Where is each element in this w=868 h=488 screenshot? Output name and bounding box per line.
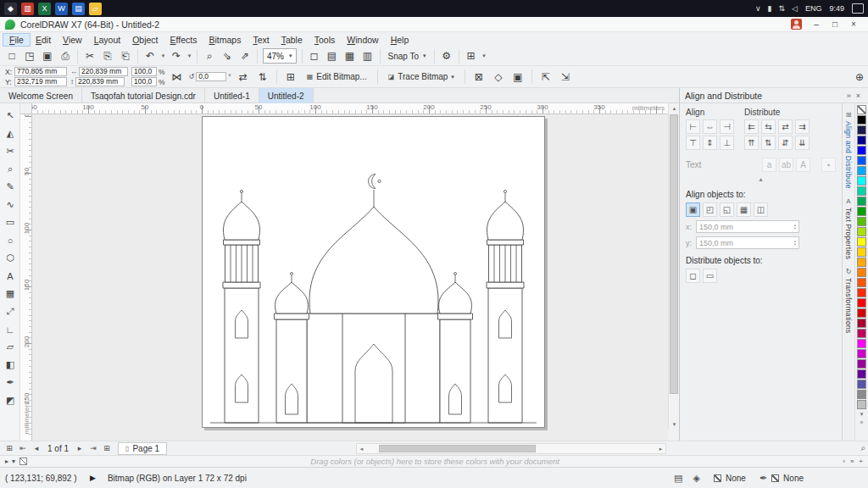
document-palette-icon[interactable]: ◈ <box>693 473 700 484</box>
table-tool[interactable]: ▦ <box>0 285 20 302</box>
taskbar-app-3-icon[interactable]: ▤ <box>72 3 85 15</box>
edit-outline-button[interactable]: ▣ <box>509 69 526 86</box>
undo-button[interactable]: ↶ <box>142 47 159 64</box>
chevron-icon[interactable]: ∨ <box>755 4 761 13</box>
lock-ratio-button[interactable]: ⋈ <box>169 69 186 86</box>
export-button[interactable]: ⇗ <box>236 47 253 64</box>
align-center-vertical-button[interactable]: ⇕ <box>703 136 717 150</box>
align-x-field[interactable]: 150,0 mm ▴▾ <box>696 220 799 233</box>
palette-color-18[interactable] <box>857 288 866 297</box>
prev-page-button[interactable]: ◂ <box>31 442 42 454</box>
undo-dropdown-icon[interactable]: ▾ <box>159 47 167 64</box>
menu-item-file[interactable]: File <box>3 34 30 46</box>
tray-add-icon[interactable]: + <box>859 458 863 465</box>
straighten-bitmap-button[interactable]: ◇ <box>490 69 507 86</box>
crop-tool[interactable]: ✂ <box>0 142 20 160</box>
proof-settings-icon[interactable]: ▤ <box>674 473 682 484</box>
redo-dropdown-icon[interactable]: ▾ <box>186 47 193 64</box>
tray-expand-icon[interactable]: » <box>850 458 854 465</box>
distribute-center-v-button[interactable]: ⇅ <box>761 136 776 150</box>
volume-icon[interactable]: ◁ <box>792 4 798 13</box>
palette-color-12[interactable] <box>857 227 866 236</box>
palette-color-6[interactable] <box>857 166 866 175</box>
snap-to-dropdown[interactable]: Snap To▾ <box>384 48 431 64</box>
vertical-scroll-thumb[interactable] <box>670 114 678 394</box>
angle-field[interactable]: 0,0 <box>196 72 226 81</box>
document-tab-4[interactable]: Untitled-2 <box>259 88 314 103</box>
palette-color-29[interactable] <box>857 400 866 409</box>
align-top-button[interactable]: ⊤ <box>686 136 700 150</box>
horizontal-scrollbar[interactable]: ◂ ▸ <box>356 443 666 454</box>
edit-bitmap-button[interactable]: ▦Edit Bitmap... <box>302 69 372 86</box>
tray-flyout-icon[interactable]: ▸ <box>5 458 8 465</box>
palette-color-27[interactable] <box>857 380 866 389</box>
palette-color-25[interactable] <box>857 359 866 369</box>
wrap-text-button[interactable]: ⇱ <box>537 69 554 86</box>
polygon-tool[interactable]: ⬡ <box>0 249 20 267</box>
menu-item-layout[interactable]: Layout <box>88 34 127 46</box>
show-grid-button[interactable]: ▦ <box>342 47 359 64</box>
user-account-icon[interactable] <box>791 19 802 30</box>
redo-button[interactable]: ↷ <box>168 47 185 64</box>
document-tab-2[interactable]: Tsaqofah tutorial Design.cdr <box>82 88 205 103</box>
menu-item-object[interactable]: Object <box>126 34 164 46</box>
search-content-button[interactable]: ⌕ <box>201 47 218 64</box>
y-position-field[interactable]: 232,719 mm <box>14 77 67 86</box>
battery-icon[interactable]: ▮ <box>768 4 772 13</box>
close-button[interactable]: × <box>844 18 863 31</box>
palette-color-23[interactable] <box>857 339 866 348</box>
object-width-field[interactable]: 220,839 mm <box>79 67 128 76</box>
align-to-point-button[interactable]: ◫ <box>754 202 768 217</box>
scroll-left-icon[interactable]: ◂ <box>357 444 366 453</box>
add-page-button[interactable]: ⊞ <box>3 442 15 454</box>
text-tool[interactable]: A <box>0 267 20 285</box>
scale-x-field[interactable]: 100,0 <box>131 67 157 76</box>
menu-item-bitmaps[interactable]: Bitmaps <box>203 34 247 46</box>
palette-color-1[interactable] <box>857 115 866 125</box>
align-to-grid-button[interactable]: ▦ <box>737 202 751 217</box>
drop-shadow-tool[interactable]: ▱ <box>0 338 20 356</box>
distribute-left-button[interactable]: ⇇ <box>744 119 759 134</box>
horizontal-scroll-thumb[interactable] <box>379 445 536 452</box>
scroll-right-icon[interactable]: ▸ <box>656 444 665 453</box>
distribute-right-button[interactable]: ⇉ <box>795 119 810 134</box>
menu-item-window[interactable]: Window <box>341 34 384 46</box>
crop-bitmap-button[interactable]: ⊠ <box>470 69 487 86</box>
drawing-canvas[interactable] <box>32 114 668 441</box>
side-tab-1[interactable]: ⊞Align and Distribute <box>843 107 854 193</box>
connector-tool[interactable]: ∟ <box>0 320 20 338</box>
align-y-field[interactable]: 150,0 mm ▴▾ <box>696 236 799 249</box>
palette-color-15[interactable] <box>857 258 866 267</box>
outline-indicator[interactable]: ✒ None <box>760 473 804 484</box>
tray-options-icon[interactable]: ▾ <box>12 458 15 465</box>
rectangle-tool[interactable]: ▭ <box>0 214 20 231</box>
menu-item-edit[interactable]: Edit <box>30 34 57 46</box>
mirror-horizontal-button[interactable]: ⇄ <box>235 69 252 86</box>
palette-color-10[interactable] <box>857 207 866 216</box>
zoom-level-combo[interactable]: 47%▾ <box>263 48 297 64</box>
order-button[interactable]: ⇲ <box>557 69 574 86</box>
object-height-field[interactable]: 220,839 mm <box>75 77 125 86</box>
taskbar-app-2-icon[interactable]: ▥ <box>21 3 34 15</box>
wrap-paragraph-text-button[interactable]: ⊞ <box>282 69 299 86</box>
align-to-page-edge-button[interactable]: ◰ <box>703 202 717 217</box>
insert-page-button[interactable]: ⊞ <box>101 442 113 454</box>
palette-expand-icon[interactable]: » <box>860 419 864 425</box>
palette-color-4[interactable] <box>857 146 866 155</box>
palette-color-28[interactable] <box>857 390 866 399</box>
no-color-swatch[interactable] <box>857 105 866 114</box>
distribute-extent-selection-button[interactable]: ◻ <box>686 269 700 283</box>
color-eyedropper-tool[interactable]: ✒ <box>0 374 20 391</box>
interactive-fill-tool[interactable]: ◩ <box>0 391 20 409</box>
vertical-ruler[interactable]: millimeters 050100150200250 <box>20 114 32 441</box>
tray-scroll-icon[interactable]: › <box>843 458 845 465</box>
docker-expand-icon[interactable]: » <box>844 92 854 100</box>
menu-item-help[interactable]: Help <box>385 34 415 46</box>
fullscreen-preview-button[interactable]: ◻ <box>306 47 323 64</box>
network-icon[interactable]: ⇅ <box>778 4 785 13</box>
palette-color-5[interactable] <box>857 156 866 165</box>
clock[interactable]: 9:49 <box>829 4 844 13</box>
freehand-tool[interactable]: ✎ <box>0 178 20 196</box>
scale-y-field[interactable]: 100,0 <box>131 77 157 86</box>
docker-close-icon[interactable]: × <box>854 92 863 100</box>
